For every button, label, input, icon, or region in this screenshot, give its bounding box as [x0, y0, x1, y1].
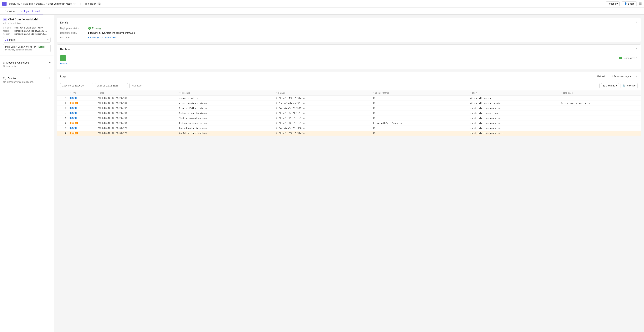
expand-dots[interactable]: ···	[210, 122, 215, 124]
replica-details-link[interactable]: Details	[60, 61, 638, 66]
expand-dots[interactable]: ···	[376, 97, 382, 99]
row-unsafe-params: {} ···	[372, 131, 468, 136]
actions-label: Actions	[608, 2, 616, 5]
details-title: Details	[60, 21, 68, 24]
expand-dots[interactable]: ···	[376, 132, 382, 134]
build-badge[interactable]: 1	[98, 3, 101, 5]
download-logs-button[interactable]: ⬇ Download logs ▾	[610, 74, 633, 79]
collapse-logs-icon[interactable]: ∧	[635, 75, 638, 78]
collapse-replicas-icon[interactable]: ∧	[635, 47, 638, 51]
add-modeling-objective-button[interactable]: +	[49, 61, 50, 64]
details-card-header[interactable]: Details ∧	[57, 18, 641, 27]
model-label: Model	[3, 30, 14, 32]
target-icon: ◎	[3, 61, 5, 64]
row-origin: model_inference_runner:...	[468, 131, 559, 136]
expand-dots[interactable]: ···	[376, 107, 382, 109]
expand-dots[interactable]: ···	[210, 107, 215, 109]
expand-dots[interactable]: ···	[306, 117, 312, 119]
row-message: Testing normal non-w... ···	[178, 116, 274, 121]
expand-dots[interactable]: ···	[376, 102, 382, 104]
logs-filter-input[interactable]	[130, 83, 600, 88]
branch-selector[interactable]: ⎇ master ▾	[3, 37, 50, 43]
star-icon[interactable]: ☆	[73, 2, 76, 6]
row-origin: witchcraft_server::mini...	[468, 101, 559, 106]
deployment-status-row: Deployment status Running	[60, 27, 638, 30]
view-live-button[interactable]: 📡 View live	[620, 83, 638, 88]
logs-actions: ↻ Refresh ⬇ Download logs ▾ ∧	[593, 74, 638, 79]
logs-date-from[interactable]	[60, 83, 93, 88]
row-stacktrace	[559, 111, 641, 116]
expand-dots[interactable]: ···	[210, 102, 215, 104]
expand-dots[interactable]: ···	[376, 117, 382, 119]
breadcrumb-cws[interactable]: CWS-Direct-Deploy...	[23, 3, 45, 5]
expand-dots[interactable]: ···	[403, 122, 409, 124]
table-row: 5 INFO 2024-06-12 12:24:29.493 Testing n…	[57, 116, 641, 121]
function-title: f(x) Function	[3, 77, 17, 80]
add-function-button[interactable]: +	[49, 76, 50, 80]
row-time: 2024-06-12 12:24:29.492	[96, 106, 178, 111]
expand-dots[interactable]: ···	[306, 107, 312, 109]
row-level: INFO	[68, 126, 96, 131]
chevron-down-icon: ▾	[616, 2, 618, 5]
version-selector[interactable]: Mon, Jun 3, 2024, 6:05:35 PM Latest by f…	[3, 44, 50, 52]
logs-date-to[interactable]	[95, 83, 128, 88]
expand-dots[interactable]: ···	[200, 97, 205, 99]
app-icon: F	[2, 2, 6, 6]
row-level: INFO	[68, 106, 96, 111]
expand-dots[interactable]: ···	[306, 102, 312, 104]
row-stacktrace	[559, 131, 641, 136]
breadcrumb-foundry-ml[interactable]: Foundry ML	[8, 3, 20, 5]
expand-dots[interactable]: ···	[210, 112, 215, 114]
row-num: 4	[57, 111, 68, 116]
expand-dots[interactable]: ···	[210, 132, 215, 134]
expand-dots[interactable]: ···	[210, 127, 215, 129]
share-icon: 👤	[624, 2, 627, 5]
logs-title: Logs	[60, 75, 66, 78]
tab-overview[interactable]: Overview	[2, 8, 17, 15]
columns-button[interactable]: ⊞ Columns ▾	[601, 83, 619, 88]
model-name: Chat Completion Model	[8, 18, 38, 21]
created-label: Created	[3, 27, 14, 29]
expand-dots[interactable]: ···	[308, 132, 313, 134]
row-unsafe-params: {} ···	[372, 96, 468, 101]
expand-dots[interactable]: ···	[306, 127, 312, 129]
refresh-button[interactable]: ↻ Refresh	[593, 74, 607, 79]
logs-card: Logs ↻ Refresh ⬇ Download logs ▾ ∧	[57, 72, 641, 136]
row-level: DEBUG	[68, 121, 96, 126]
row-time: 2024-06-12 12:24:29.109	[96, 101, 178, 106]
row-origin: model_inference_runner:...	[468, 126, 559, 131]
expand-dots[interactable]: ···	[210, 117, 215, 119]
replicas-card-header[interactable]: Replicas ∧	[57, 45, 641, 54]
file-button[interactable]: File ▾	[84, 3, 89, 5]
expand-dots[interactable]: ···	[306, 97, 312, 99]
col-header-message: ⠿message	[178, 90, 274, 96]
build-rid-link[interactable]: ri.foundry.main.build.000000	[88, 36, 117, 39]
deployment-rid-label: Deployment RID	[60, 32, 85, 34]
replicas-title: Replicas	[60, 48, 70, 51]
add-description[interactable]: Add a description...	[3, 22, 50, 25]
row-stacktrace	[559, 96, 641, 101]
expand-dots[interactable]: ···	[306, 122, 312, 124]
expand-dots[interactable]: ···	[376, 127, 382, 129]
actions-button[interactable]: Actions ▾	[606, 1, 620, 6]
tabs-bar: Overview Deployment health	[0, 8, 644, 15]
collapse-details-icon[interactable]: ∧	[635, 21, 638, 24]
share-button[interactable]: 👤 Share	[622, 1, 637, 6]
chevron-down-icon: ▾	[47, 47, 48, 50]
logs-filter-bar: ⊞ Columns ▾ 📡 View live	[57, 81, 641, 90]
breadcrumb-sep-1: ›	[21, 3, 22, 5]
row-origin: model-inference-python	[468, 111, 559, 116]
expand-dots[interactable]: ···	[306, 112, 312, 114]
live-icon: 📡	[623, 84, 626, 87]
col-header-stacktrace: ⠿stacktrace	[559, 90, 641, 96]
help-button[interactable]: Help ▾	[90, 3, 96, 5]
tab-deployment-health[interactable]: Deployment health	[17, 8, 43, 15]
expand-dots[interactable]: ···	[376, 112, 382, 114]
build-rid-label: Build RID	[60, 36, 85, 39]
replica-box[interactable]	[60, 55, 66, 61]
replicas-content: Responsive 1 Details	[57, 54, 641, 69]
row-stacktrace	[559, 126, 641, 131]
modeling-objectives-header: ◎ Modeling Objectives +	[3, 61, 50, 64]
hamburger-icon[interactable]: ☰	[639, 2, 642, 6]
row-time: 2024-06-12 12:24:33.376	[96, 131, 178, 136]
